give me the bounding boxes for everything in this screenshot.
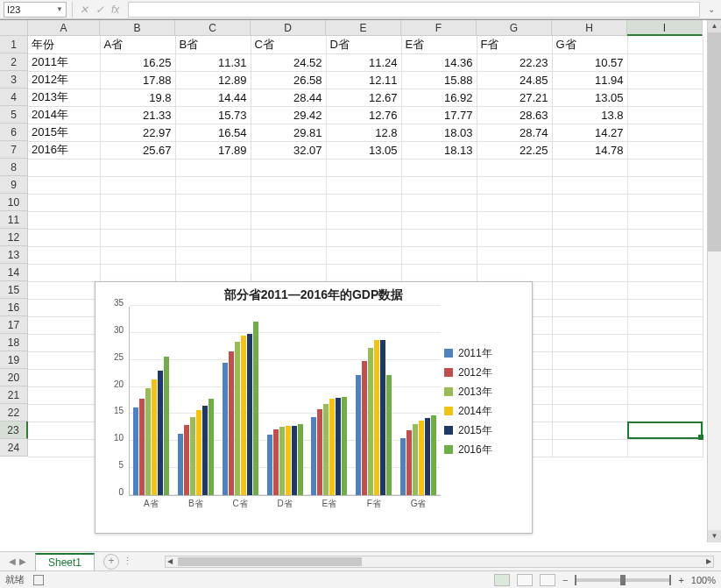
scroll-down-icon[interactable]: ▼ — [708, 530, 721, 542]
cell[interactable] — [552, 281, 627, 299]
cell[interactable] — [552, 194, 627, 211]
cell[interactable] — [28, 334, 100, 351]
macro-record-icon[interactable] — [33, 575, 44, 585]
cell[interactable] — [175, 211, 251, 229]
cell[interactable]: 32.07 — [251, 141, 326, 159]
cell[interactable] — [28, 176, 100, 194]
cell[interactable]: 24.85 — [477, 71, 552, 89]
cell[interactable] — [627, 334, 703, 351]
row-header-20[interactable]: 20 — [0, 369, 28, 386]
tab-scroll-separator[interactable]: ⋮ — [123, 556, 126, 567]
cell[interactable] — [28, 229, 100, 246]
cell[interactable] — [175, 246, 251, 264]
cell[interactable]: 19.8 — [100, 89, 175, 106]
cell[interactable] — [175, 264, 251, 281]
cell[interactable] — [401, 211, 477, 229]
cell[interactable] — [251, 246, 326, 264]
cell[interactable] — [552, 439, 627, 457]
cell[interactable] — [627, 316, 703, 334]
cell[interactable]: 28.63 — [477, 106, 552, 124]
cell[interactable] — [28, 351, 100, 369]
cell[interactable] — [627, 124, 703, 141]
col-header-I[interactable]: I — [627, 20, 703, 36]
cell[interactable]: 13.05 — [326, 141, 401, 159]
sheet-tab-active[interactable]: Sheet1 — [35, 553, 95, 570]
cell[interactable] — [401, 229, 477, 246]
row-header-1[interactable]: 1 — [0, 36, 28, 53]
row-header-19[interactable]: 19 — [0, 351, 28, 369]
cell[interactable]: 22.25 — [477, 141, 552, 159]
col-header-G[interactable]: G — [477, 20, 552, 36]
cell[interactable] — [28, 211, 100, 229]
cell[interactable]: 11.24 — [326, 53, 401, 71]
fx-icon[interactable]: fx — [111, 4, 119, 16]
horizontal-scrollbar[interactable]: ◀ ▶ — [165, 556, 714, 568]
cell[interactable] — [401, 246, 477, 264]
cell[interactable] — [552, 246, 627, 264]
cell[interactable] — [326, 159, 401, 176]
cell[interactable] — [401, 264, 477, 281]
row-header-13[interactable]: 13 — [0, 246, 28, 264]
cell[interactable] — [28, 299, 100, 316]
select-all-corner[interactable] — [0, 20, 28, 36]
cell[interactable] — [627, 71, 703, 89]
cell[interactable] — [401, 159, 477, 176]
row-header-2[interactable]: 2 — [0, 53, 28, 71]
row-header-14[interactable]: 14 — [0, 264, 28, 281]
cell[interactable]: 12.67 — [326, 89, 401, 106]
cell[interactable] — [100, 246, 175, 264]
cell[interactable]: 16.92 — [401, 89, 477, 106]
scroll-up-icon[interactable]: ▲ — [708, 20, 721, 32]
col-header-H[interactable]: H — [552, 20, 627, 36]
cell[interactable] — [28, 369, 100, 386]
cell[interactable] — [326, 176, 401, 194]
cell[interactable] — [28, 281, 100, 299]
embedded-chart[interactable]: 部分省2011—2016年的GDP数据 05101520253035 A省B省C… — [95, 281, 533, 534]
row-header-11[interactable]: 11 — [0, 211, 28, 229]
row-header-5[interactable]: 5 — [0, 106, 28, 124]
view-page-layout-button[interactable] — [517, 574, 533, 586]
row-header-18[interactable]: 18 — [0, 334, 28, 351]
cell[interactable]: 29.42 — [251, 106, 326, 124]
col-header-E[interactable]: E — [326, 20, 401, 36]
cell[interactable]: 17.77 — [401, 106, 477, 124]
zoom-in-button[interactable]: + — [678, 575, 683, 585]
cell[interactable] — [627, 422, 703, 439]
cell[interactable] — [28, 386, 100, 404]
cell[interactable]: 25.67 — [100, 141, 175, 159]
cell[interactable] — [477, 229, 552, 246]
cell[interactable] — [552, 422, 627, 439]
cell[interactable]: 13.8 — [552, 106, 627, 124]
cell[interactable] — [477, 246, 552, 264]
cell[interactable] — [28, 422, 100, 439]
cell[interactable]: 14.36 — [401, 53, 477, 71]
cell[interactable]: 12.11 — [326, 71, 401, 89]
cell[interactable] — [477, 211, 552, 229]
cell[interactable] — [627, 106, 703, 124]
cell[interactable] — [627, 176, 703, 194]
cell[interactable]: 2012年 — [28, 71, 100, 89]
cell[interactable] — [175, 159, 251, 176]
cell[interactable] — [552, 369, 627, 386]
vertical-scroll-thumb[interactable] — [708, 32, 721, 251]
scroll-right-icon[interactable]: ▶ — [706, 557, 711, 565]
cell[interactable] — [100, 229, 175, 246]
cell[interactable] — [28, 439, 100, 457]
cell[interactable] — [552, 386, 627, 404]
cells-area[interactable]: 年份A省B省C省D省E省F省G省2011年16.2511.3124.5211.2… — [28, 36, 707, 542]
col-header-B[interactable]: B — [100, 20, 175, 36]
cell[interactable]: 16.54 — [175, 124, 251, 141]
scroll-left-icon[interactable]: ◀ — [167, 557, 173, 565]
cell[interactable] — [552, 316, 627, 334]
cell[interactable] — [251, 211, 326, 229]
cell[interactable] — [627, 211, 703, 229]
cell[interactable] — [28, 316, 100, 334]
cell[interactable] — [627, 404, 703, 422]
cell[interactable] — [477, 194, 552, 211]
cell[interactable] — [627, 386, 703, 404]
cell[interactable] — [552, 229, 627, 246]
cell[interactable] — [100, 159, 175, 176]
row-header-22[interactable]: 22 — [0, 404, 28, 422]
cell[interactable]: 年份 — [28, 36, 100, 53]
row-header-7[interactable]: 7 — [0, 141, 28, 159]
